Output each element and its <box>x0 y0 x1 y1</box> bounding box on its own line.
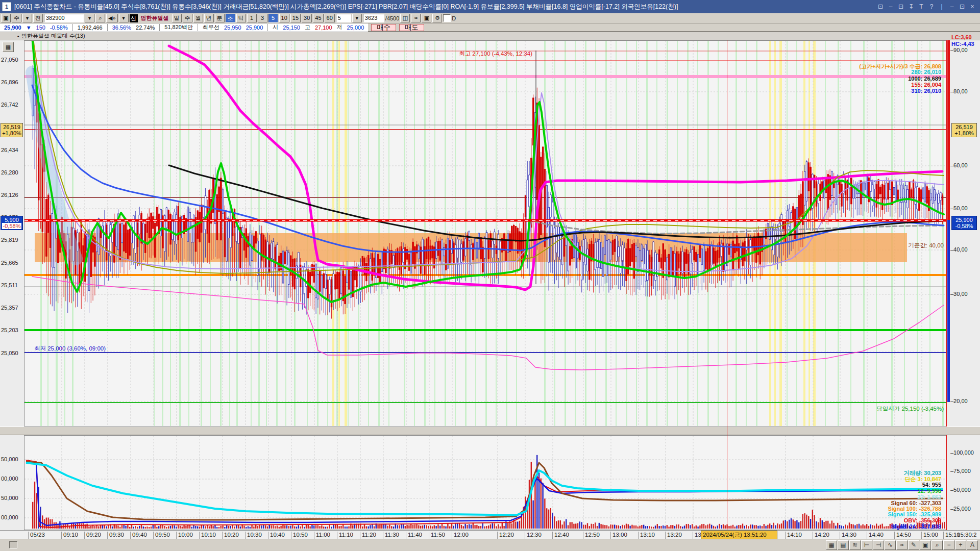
interval-button-15[interactable]: 15 <box>290 14 301 22</box>
cascade-windows-icon[interactable]: ▤ <box>838 540 849 550</box>
window-close-icon[interactable]: × <box>968 2 977 11</box>
interval-button-1[interactable]: 1 <box>247 14 257 22</box>
interval-button-60[interactable]: 60 <box>325 14 335 22</box>
time-axis-label: 10:50 <box>291 532 308 539</box>
custom-interval-input[interactable]: 5 <box>336 14 351 22</box>
percent-axis-label: –40,00 <box>950 246 968 253</box>
price-axis-label: 25,203 <box>1 327 18 333</box>
time-axis-label: 09:40 <box>130 532 147 539</box>
day-split-label: D <box>452 15 456 21</box>
pane-splitter[interactable] <box>0 427 980 435</box>
help-icon[interactable]: ? <box>927 2 936 11</box>
percent-axis-label: –20,00 <box>950 398 968 404</box>
draw-tool-icon[interactable]: ✎ <box>908 540 919 550</box>
chart-annotation: 기준값: 40,00 <box>908 242 944 249</box>
save-icon[interactable]: ▣ <box>422 14 431 22</box>
quote-value: ▼ <box>26 24 32 31</box>
search-icon[interactable]: ⌕ <box>95 14 105 22</box>
mode-button-틱[interactable]: 틱 <box>236 14 246 22</box>
main-price-plot[interactable]: 최고 27,100 (-4,43%, 12:34)최저 25,000 (3,60… <box>24 40 946 427</box>
y-axis-left-icon[interactable]: ⊢ <box>861 540 872 550</box>
range-gauge-upper <box>947 40 950 220</box>
pin-icon[interactable]: ↧ <box>906 2 916 11</box>
zoom-out-icon[interactable]: − <box>943 540 954 550</box>
field-separator <box>159 24 160 31</box>
font-icon[interactable]: T <box>917 2 926 11</box>
interval-button-3[interactable]: 3 <box>258 14 267 22</box>
multi-zigzag-tool-icon[interactable]: ≈ <box>896 540 908 550</box>
trendline-icon[interactable]: ≈ <box>411 14 421 22</box>
time-axis-label: 10:00 <box>176 532 193 539</box>
volume-right-axis: –100,000–75,000–50,000–25,000 <box>950 435 980 530</box>
chart-window-icon[interactable]: ▣ <box>1 14 11 22</box>
volume-axis-label: –25,000 <box>950 506 971 512</box>
time-axis-label: 11:50 <box>429 532 445 539</box>
current-bar-time-box: 2024/05/24(금) 13:51:20 <box>701 531 777 539</box>
window-restore-icon[interactable]: ⊡ <box>958 2 967 11</box>
day-split-checkbox[interactable] <box>443 14 451 22</box>
mode-button-일[interactable]: 일 <box>172 14 182 22</box>
time-axis-label: 05/23 <box>28 532 45 539</box>
bottom-toolbar: ▦▤≋⊢⊣∿≈✎▣⌕−+A <box>0 539 980 551</box>
zoom-tool-icon[interactable]: ⌕ <box>932 540 943 550</box>
mode-button-초[interactable]: 초 <box>226 14 235 22</box>
quote-value: 1,992,466 <box>78 24 103 31</box>
field-separator <box>72 24 73 31</box>
mode-button-분[interactable]: 분 <box>215 14 225 22</box>
stock-code-input[interactable]: 382900 <box>44 14 84 22</box>
period-combo-arrow[interactable]: ▾ <box>22 14 32 22</box>
percent-axis-label: –30,00 <box>950 291 968 297</box>
volume-axis-label: 50,000 <box>1 495 18 501</box>
resize-grip[interactable] <box>9 541 17 548</box>
window-minimize-icon[interactable]: – <box>947 2 957 11</box>
mode-button-월[interactable]: 월 <box>193 14 203 22</box>
pattern-area-icon[interactable]: ≋ <box>849 540 861 550</box>
volume-plot[interactable]: 거래량: 30,203단순 3: 10,84754: 95512: 9,9982… <box>24 435 946 530</box>
font-size-icon[interactable]: A <box>967 540 978 550</box>
zigzag-tool-icon[interactable]: ∿ <box>885 540 896 550</box>
volume-indicator-label: OBV: -356,308 <box>904 517 941 523</box>
period-combo[interactable]: 주 <box>12 14 21 22</box>
axis-end-time-label: 15:30:2 <box>955 532 976 539</box>
interval-button-5[interactable]: 5 <box>268 14 278 22</box>
price-axis-label: 25,050 <box>1 350 18 356</box>
volume-axis-label: 50,000 <box>1 456 18 462</box>
quote-value: 25,150 <box>283 24 300 31</box>
mode-button-년[interactable]: 년 <box>204 14 214 22</box>
current-price-box: 5,900-0,58% <box>1 216 23 230</box>
compare-chart-icon[interactable]: ◫ <box>400 14 410 22</box>
interval-button-10[interactable]: 10 <box>279 14 289 22</box>
time-axis-label: 10:30 <box>245 532 262 539</box>
left-price-axis: 27,05026,89626,74226,58826,43426,28026,1… <box>0 40 24 427</box>
chart-header-tab[interactable]: ▪ 범한퓨얼셀 매물대 수(13) <box>0 32 980 40</box>
prev-close-price-box: 26,519+1,80% <box>951 123 977 137</box>
quote-value: 고 <box>305 23 310 31</box>
tile-windows-icon[interactable]: ▦ <box>826 540 837 550</box>
interval-button-45[interactable]: 45 <box>313 14 323 22</box>
popup-icon[interactable]: ⊡ <box>876 2 885 11</box>
field-separator <box>198 24 198 31</box>
interval-button-30[interactable]: 30 <box>302 14 312 22</box>
time-axis-label: 13:20 <box>665 532 682 539</box>
percent-axis-label: –90,00 <box>950 47 968 53</box>
interval-combo-arrow[interactable]: ▾ <box>352 14 362 22</box>
mode-button-주[interactable]: 주 <box>183 14 192 22</box>
zoom-in-icon[interactable]: + <box>955 540 966 550</box>
voice-combo-arrow[interactable]: ▾ <box>119 14 129 22</box>
quote-value: 최우선 <box>203 23 219 31</box>
chart-snapshot-icon[interactable]: ▣ <box>920 540 931 550</box>
ma-value-label: 310: 26,010 <box>911 88 941 94</box>
chart-area: ▪ 범한퓨얼셀 매물대 수(13) ▦ 27,05026,89626,74226… <box>0 32 980 551</box>
prev-stock-button[interactable]: 전 <box>33 14 43 22</box>
buy-button[interactable]: 매수 <box>371 24 396 31</box>
sell-button[interactable]: 매도 <box>399 24 424 31</box>
y-axis-right-icon[interactable]: ⊣ <box>873 540 884 550</box>
bar-count-input[interactable]: 3623 <box>363 14 384 22</box>
code-combo-arrow[interactable]: ▾ <box>85 14 94 22</box>
minimize-icon[interactable]: – <box>886 2 895 11</box>
percent-axis-label: –50,00 <box>950 205 968 211</box>
duplicate-icon[interactable]: ⊡ <box>896 2 905 11</box>
settings-gear-icon[interactable]: ⚙ <box>432 14 442 22</box>
voice-icon[interactable]: ◀» <box>106 14 118 22</box>
main-toolbar: ▣주▾전382900▾⌕◀»▾신범한퓨얼셀일주월년분초틱135101530456… <box>0 13 980 23</box>
